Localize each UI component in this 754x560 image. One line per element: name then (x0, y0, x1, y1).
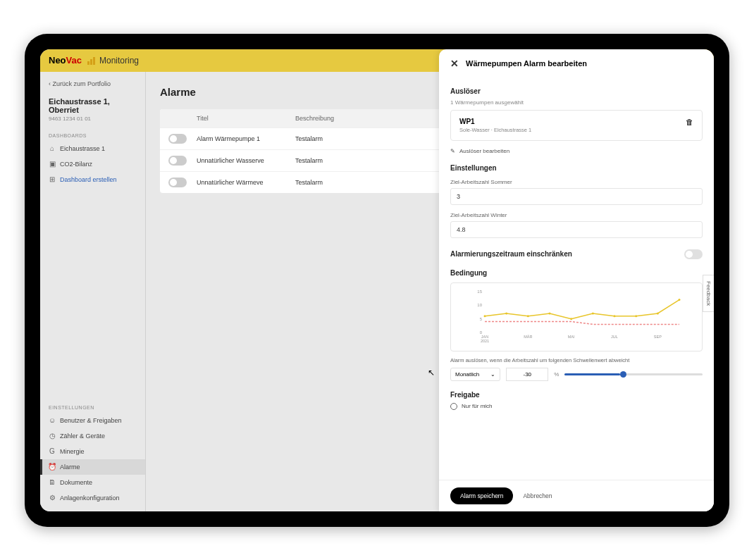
svg-point-10 (614, 315, 616, 317)
share-section-title: Freigabe (450, 391, 703, 399)
save-button[interactable]: Alarm speichern (450, 487, 513, 504)
bell-icon: ⏰ (49, 463, 56, 471)
panel-body[interactable]: Auslöser 1 Wärmepumpen ausgewählt WP1 So… (439, 77, 714, 480)
sidebar-item-minergie[interactable]: G Minergie (40, 444, 145, 459)
interval-value: Monatlich (455, 371, 479, 378)
svg-point-6 (527, 315, 529, 317)
document-icon: 🗎 (49, 479, 56, 486)
svg-text:10: 10 (477, 303, 482, 307)
threshold-unit: % (554, 371, 559, 378)
sidebar-item-label: Anlagenkonfiguration (60, 494, 120, 502)
alarm-toggle[interactable] (168, 134, 187, 144)
gauge-icon: ◷ (49, 433, 56, 440)
app-section-label: Monitoring (99, 56, 139, 66)
svg-text:JUL: JUL (611, 335, 618, 339)
feedback-tab[interactable]: Feedback (703, 275, 714, 312)
edit-trigger-link[interactable]: ✎ Auslöser bearbeiten (450, 148, 703, 154)
threshold-text: Alarm auslösen, wenn die Arbeitszahl um … (450, 357, 703, 363)
svg-point-8 (570, 318, 572, 320)
winter-label: Ziel-Arbeitszahl Winter (450, 212, 703, 218)
alarm-toggle[interactable] (168, 156, 187, 166)
plus-icon: ⊞ (49, 176, 56, 183)
back-link[interactable]: ‹ Zurück zum Portfolio (40, 77, 145, 90)
share-option-label: Nur für mich (462, 403, 493, 409)
panel-title: Wärmepumpen Alarm bearbeiten (466, 59, 587, 68)
threshold-row: Monatlich ⌄ -30 % (450, 368, 703, 381)
sidebar-item-label: CO2-Bilanz (60, 161, 92, 168)
svg-text:15: 15 (477, 290, 482, 294)
panel-header: ✕ Wärmepumpen Alarm bearbeiten (439, 49, 714, 77)
sidebar: ‹ Zurück zum Portfolio Eichaustrasse 1, … (40, 72, 146, 511)
chevron-down-icon: ⌄ (490, 371, 495, 378)
chart-svg: 051015JAN2021MÄRMAIJULSEP (457, 289, 696, 345)
row-title: Unnatürlicher Wärmeve (197, 179, 295, 186)
restrict-period-row: Alarmierungszeitraum einschränken (450, 249, 703, 259)
svg-text:MÄR: MÄR (524, 335, 532, 339)
app-section: Monitoring (87, 56, 139, 66)
svg-point-11 (635, 315, 637, 317)
gear-icon: ⚙ (49, 494, 56, 502)
svg-text:5: 5 (480, 316, 483, 321)
address-sub: 9463 1234 01 01 (49, 116, 137, 122)
trigger-section-title: Auslöser (450, 87, 703, 95)
cursor-icon: ↖ (428, 368, 435, 378)
screen: NeoVac Monitoring ‹ Zurück zum Portfolio… (40, 49, 714, 511)
sidebar-item-label: Dokumente (60, 479, 92, 486)
sidebar-item-dashboard-eichaustrasse[interactable]: ⌂ Eichaustrasse 1 (40, 141, 145, 156)
restrict-toggle[interactable] (684, 249, 703, 259)
radio-icon (450, 403, 457, 410)
share-option-row[interactable]: Nur für mich (450, 403, 703, 410)
sidebar-item-documents[interactable]: 🗎 Dokumente (40, 475, 145, 490)
col-header-title: Titel (197, 115, 295, 122)
restrict-label: Alarmierungszeitraum einschränken (450, 250, 572, 258)
trash-icon[interactable]: 🗑 (686, 118, 693, 126)
sidebar-item-label: Eichaustrasse 1 (60, 145, 105, 152)
cancel-button[interactable]: Abbrechen (523, 492, 552, 499)
trigger-name: WP1 (459, 118, 531, 125)
sidebar-item-meters[interactable]: ◷ Zähler & Geräte (40, 428, 145, 444)
home-icon: ⌂ (49, 145, 56, 152)
sidebar-item-create-dashboard[interactable]: ⊞ Dashboard erstellen (40, 172, 145, 187)
svg-text:SEP: SEP (654, 335, 662, 339)
edit-trigger-label: Auslöser bearbeiten (459, 148, 509, 154)
dashboards-section-label: DASHBOARDS (40, 126, 145, 141)
threshold-slider[interactable] (564, 373, 703, 375)
summer-input[interactable]: 3 (450, 188, 703, 205)
settings-section-label: EINSTELLUNGEN (40, 398, 145, 413)
users-icon: ☺ (49, 417, 56, 424)
threshold-input[interactable]: -30 (506, 368, 548, 381)
edit-alarm-panel: ✕ Wärmepumpen Alarm bearbeiten Auslöser … (439, 49, 714, 511)
alarm-toggle[interactable] (168, 178, 187, 187)
sidebar-item-users[interactable]: ☺ Benutzer & Freigaben (40, 413, 145, 428)
trigger-count: 1 Wärmepumpen ausgewählt (450, 99, 703, 106)
svg-point-7 (549, 312, 551, 314)
svg-point-12 (657, 312, 659, 314)
trigger-meta: Sole-Wasser · Eichaustrasse 1 (459, 127, 531, 133)
sidebar-item-alarms[interactable]: ⏰ Alarme (40, 459, 145, 475)
cert-icon: G (49, 448, 56, 455)
sidebar-item-label: Minergie (60, 448, 85, 455)
bar-icon (87, 56, 95, 65)
winter-input[interactable]: 4.8 (450, 221, 703, 238)
address-block: Eichaustrasse 1, Oberriet 9463 1234 01 0… (40, 90, 145, 126)
condition-chart: 051015JAN2021MÄRMAIJULSEP (450, 282, 703, 351)
panel-footer: Alarm speichern Abbrechen (439, 480, 714, 511)
address-title: Eichaustrasse 1, Oberriet (49, 97, 137, 114)
sidebar-item-label: Alarme (60, 463, 80, 471)
close-icon[interactable]: ✕ (450, 58, 459, 69)
brand-logo: NeoVac (49, 55, 82, 66)
brand-vac: Vac (66, 55, 82, 66)
svg-point-5 (505, 312, 507, 314)
svg-text:2021: 2021 (481, 339, 489, 343)
interval-select[interactable]: Monatlich ⌄ (450, 368, 500, 381)
svg-point-4 (484, 315, 486, 317)
trigger-card: WP1 Sole-Wasser · Eichaustrasse 1 🗑 (450, 110, 703, 141)
condition-section-title: Bedingung (450, 269, 703, 277)
sidebar-item-dashboard-co2[interactable]: ▣ CO2-Bilanz (40, 156, 145, 172)
sidebar-item-label: Benutzer & Freigaben (60, 417, 122, 424)
svg-point-9 (592, 312, 594, 314)
sidebar-item-config[interactable]: ⚙ Anlagenkonfiguration (40, 490, 145, 506)
back-link-label: Zurück zum Portfolio (53, 80, 111, 87)
settings-section-title: Einstellungen (450, 164, 703, 172)
brand-neo: Neo (49, 55, 66, 66)
